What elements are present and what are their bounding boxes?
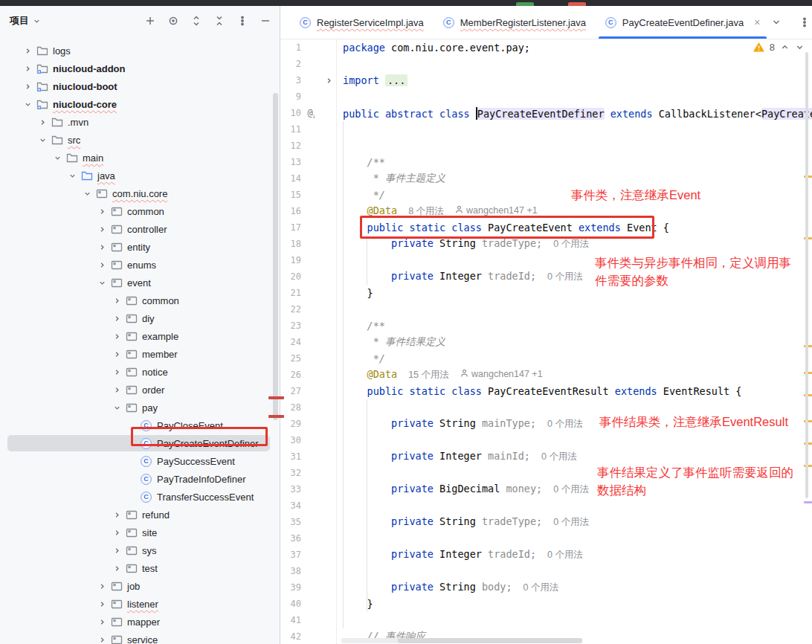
chevron-right-icon[interactable] xyxy=(22,45,33,57)
chevron-right-icon[interactable] xyxy=(111,527,123,538)
usage-count-inlay[interactable]: 0 个用法 xyxy=(553,483,589,496)
usage-count-inlay[interactable]: 0 个用法 xyxy=(547,418,583,431)
chevron-down-icon[interactable] xyxy=(81,187,93,199)
code-text[interactable]: private String tradeType;0 个用法 xyxy=(336,515,589,529)
chevron-right-icon[interactable] xyxy=(36,116,48,128)
tree-row[interactable]: mapper xyxy=(0,613,279,631)
code-text[interactable]: private BigDecimal money;0 个用法 xyxy=(336,483,589,496)
tree-row[interactable]: CPayTradeInfoDefiner xyxy=(0,470,279,488)
chevron-down-icon[interactable] xyxy=(36,134,48,146)
code-text[interactable]: import ... xyxy=(336,74,407,86)
tree-row[interactable]: event xyxy=(0,274,279,292)
chevron-down-icon[interactable] xyxy=(22,98,33,110)
code-text[interactable]: } xyxy=(336,598,373,610)
next-warning-icon[interactable] xyxy=(795,42,805,52)
code-text[interactable]: @Data15 个用法wangchen147 +1 xyxy=(336,368,543,381)
code-text[interactable]: private String body;0 个用法 xyxy=(336,581,559,594)
more-options-icon[interactable] xyxy=(236,14,249,28)
chevron-down-icon[interactable] xyxy=(51,152,63,164)
code-text[interactable]: package com.niu.core.event.pay; xyxy=(336,42,530,54)
tree-row[interactable]: refund xyxy=(0,506,279,524)
expand-all-icon[interactable] xyxy=(190,14,203,28)
chevron-right-icon[interactable] xyxy=(96,223,108,235)
annotated-class-gutter-icon[interactable]: @↓ xyxy=(301,108,322,118)
tab-options-icon[interactable] xyxy=(798,16,811,29)
chevron-right-icon[interactable] xyxy=(111,330,123,342)
project-panel-title[interactable]: 项目 xyxy=(10,14,29,28)
inspection-widget[interactable]: 8 xyxy=(753,42,805,53)
code-text[interactable]: private Integer mainId;0 个用法 xyxy=(336,450,577,463)
editor-tab[interactable]: CMemberRegisterListener.java xyxy=(434,6,596,39)
code-editor[interactable]: 1package com.niu.core.event.pay;23import… xyxy=(280,39,812,644)
chevron-right-icon[interactable] xyxy=(96,598,108,610)
chevron-right-icon[interactable] xyxy=(96,205,108,217)
tree-row[interactable]: notice xyxy=(0,363,279,381)
chevron-right-icon[interactable] xyxy=(111,294,123,306)
chevron-down-icon[interactable] xyxy=(111,402,123,413)
tree-row[interactable]: member xyxy=(0,345,279,363)
chevron-right-icon[interactable] xyxy=(96,634,108,644)
editor-tab[interactable]: CPayCreateEventDefiner.java× xyxy=(596,6,770,39)
tree-row[interactable]: logs xyxy=(0,42,279,59)
chevron-down-icon[interactable] xyxy=(66,170,78,181)
usage-count-inlay[interactable]: 0 个用法 xyxy=(523,582,559,594)
code-text[interactable]: * 事件主题定义 xyxy=(336,172,445,185)
tree-row[interactable]: sys xyxy=(0,541,279,559)
chevron-right-icon[interactable] xyxy=(96,616,108,628)
tree-row[interactable]: niucloud-boot xyxy=(0,77,279,95)
tree-row[interactable]: CPayCloseEvent xyxy=(0,416,279,434)
tree-row[interactable]: .mvn xyxy=(0,113,279,131)
close-icon[interactable]: × xyxy=(754,17,760,28)
tree-row[interactable]: listener xyxy=(0,595,279,613)
tree-row[interactable]: src xyxy=(0,131,279,149)
tree-row[interactable]: order xyxy=(0,381,279,399)
tree-row[interactable]: java xyxy=(0,167,279,184)
code-text[interactable]: public abstract class PayCreateEventDefi… xyxy=(336,107,812,120)
chevron-down-icon[interactable] xyxy=(96,277,108,289)
code-text[interactable]: private Integer tradeId;0 个用法 xyxy=(336,270,583,283)
fold-expand-icon[interactable] xyxy=(322,77,336,85)
add-icon[interactable] xyxy=(144,14,157,28)
editor-vertical-scrollbar[interactable] xyxy=(805,52,808,498)
chevron-right-icon[interactable] xyxy=(111,544,123,556)
tree-row[interactable]: test xyxy=(0,559,279,577)
tree-row[interactable]: common xyxy=(0,292,279,309)
code-text[interactable]: } xyxy=(336,287,373,299)
usage-count-inlay[interactable]: 15 个用法 xyxy=(408,369,449,381)
tree-row[interactable]: common xyxy=(0,202,279,220)
tree-row[interactable]: site xyxy=(0,524,279,541)
usage-count-inlay[interactable]: 0 个用法 xyxy=(553,238,589,251)
usage-count-inlay[interactable]: 0 个用法 xyxy=(541,451,577,463)
tree-row[interactable]: diy xyxy=(0,309,279,327)
chevron-right-icon[interactable] xyxy=(111,312,123,324)
chevron-down-icon[interactable] xyxy=(33,17,41,25)
chevron-right-icon[interactable] xyxy=(96,580,108,592)
chevron-right-icon[interactable] xyxy=(96,241,108,253)
usage-count-inlay[interactable]: 0 个用法 xyxy=(547,271,583,283)
usage-count-inlay[interactable]: 0 个用法 xyxy=(547,549,583,561)
show-hidden-tabs-icon[interactable] xyxy=(770,16,783,29)
tree-row[interactable]: enums xyxy=(0,256,279,274)
hide-panel-icon[interactable] xyxy=(259,14,272,28)
chevron-right-icon[interactable] xyxy=(22,62,33,74)
chevron-right-icon[interactable] xyxy=(111,366,123,378)
chevron-right-icon[interactable] xyxy=(111,509,123,521)
usage-count-inlay[interactable]: 0 个用法 xyxy=(553,516,589,529)
tree-row[interactable]: com.niu.core xyxy=(0,184,279,202)
editor-tab[interactable]: CRegisterServiceImpl.java xyxy=(290,6,434,39)
author-inlay[interactable]: wangchen147 +1 xyxy=(455,205,538,216)
code-text[interactable]: * 事件结果定义 xyxy=(336,335,445,349)
tree-row[interactable]: pay xyxy=(0,399,279,416)
tree-row[interactable]: controller xyxy=(0,220,279,238)
chevron-right-icon[interactable] xyxy=(96,259,108,271)
locate-opened-file-icon[interactable] xyxy=(167,14,180,28)
tree-row[interactable]: niucloud-core xyxy=(0,95,279,113)
tree-row[interactable]: entity xyxy=(0,238,279,256)
code-text[interactable]: private String mainType;0 个用法 xyxy=(336,417,583,431)
tree-row[interactable]: main xyxy=(0,149,279,167)
tree-row[interactable]: CTransferSuccessEvent xyxy=(0,488,279,506)
code-text[interactable]: private String tradeType;0 个用法 xyxy=(336,237,589,251)
tree-row[interactable]: niucloud-addon xyxy=(0,59,279,77)
tree-row[interactable]: CPaySuccessEvent xyxy=(0,452,279,470)
tree-row[interactable]: example xyxy=(0,327,279,345)
